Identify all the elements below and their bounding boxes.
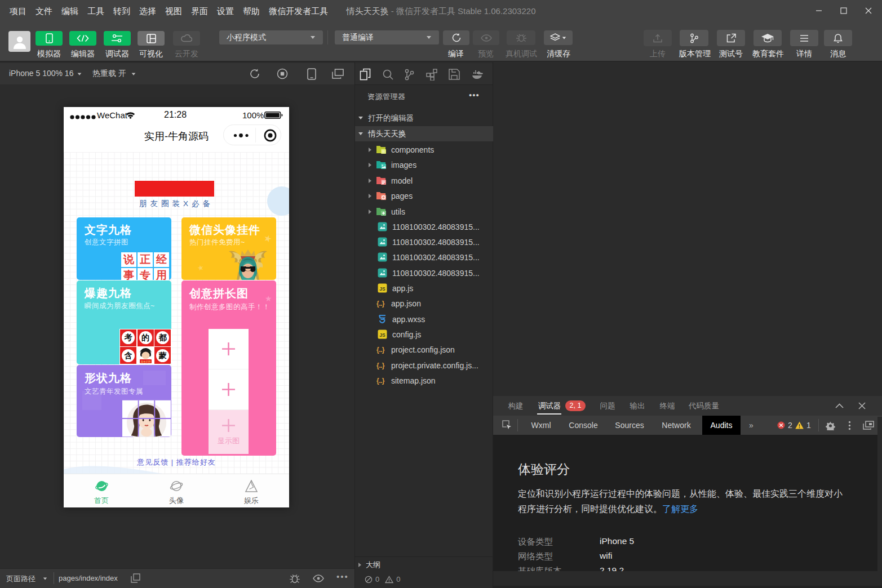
svg-text:JS: JS — [379, 332, 385, 338]
svg-text:JS: JS — [379, 286, 385, 292]
svg-text:高考必胜: 高考必胜 — [140, 360, 151, 363]
